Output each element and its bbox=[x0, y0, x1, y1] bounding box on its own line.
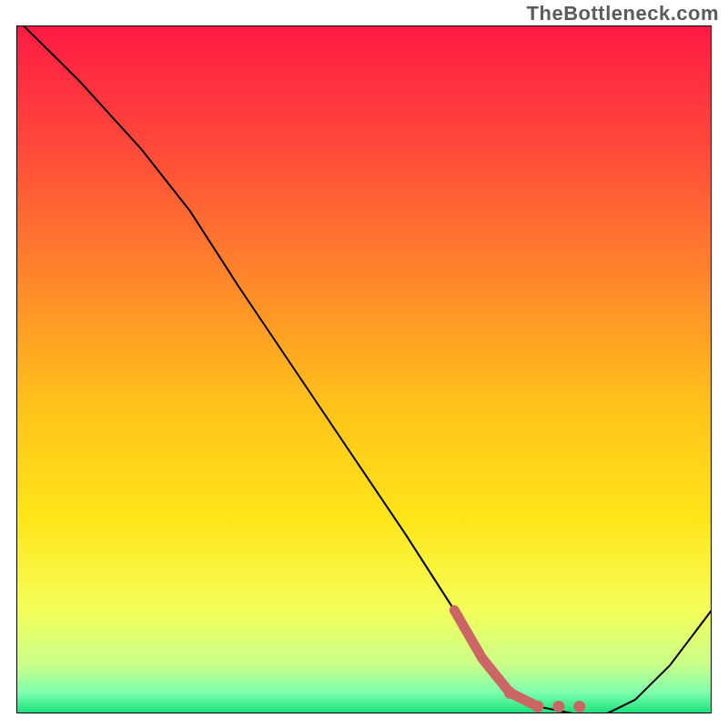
chart-container: TheBottleneck.com bbox=[0, 0, 728, 728]
bottleneck-curve-plot bbox=[16, 25, 712, 713]
gradient-background bbox=[16, 25, 712, 713]
optimal-marker bbox=[573, 701, 585, 713]
optimal-marker bbox=[504, 687, 516, 699]
optimal-marker bbox=[532, 701, 544, 713]
optimal-marker bbox=[552, 701, 564, 713]
watermark-text: TheBottleneck.com bbox=[527, 2, 719, 25]
